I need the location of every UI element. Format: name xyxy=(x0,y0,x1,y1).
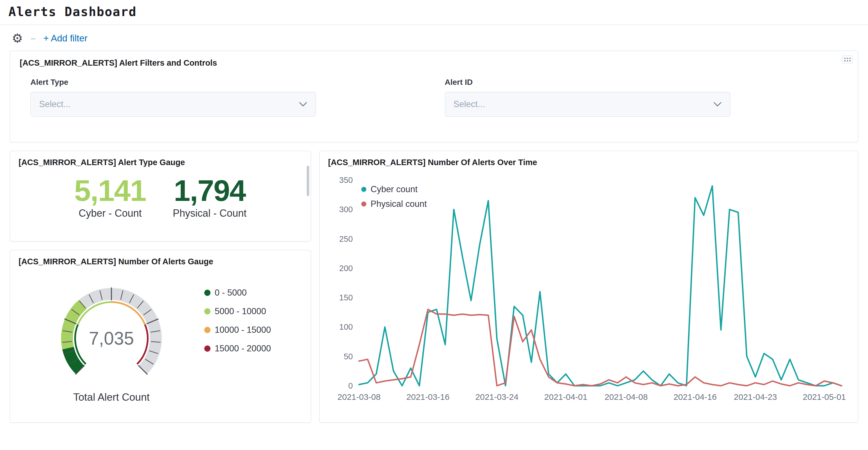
series-line-cyber-count xyxy=(359,186,842,386)
x-axis-label: 2021-05-01 xyxy=(803,392,846,401)
legend-dot-lightgreen xyxy=(204,308,211,314)
legend-label: 10000 - 15000 xyxy=(215,325,271,335)
legend-dot-physical xyxy=(361,201,366,206)
alert-id-field: Alert ID Select... xyxy=(434,78,848,117)
timeseries-chart: 0501001502002503003502021-03-082021-03-1… xyxy=(328,169,849,408)
metric-cyber-value: 5,141 xyxy=(74,175,146,206)
metric-physical-label: Physical - Count xyxy=(173,207,246,219)
y-axis-label: 50 xyxy=(344,352,353,361)
panel-title-alert-filters: [ACS_MIRROR_ALERTS] Alert Filters and Co… xyxy=(20,58,848,67)
total-alert-count-gauge: 7,035 xyxy=(41,268,182,391)
metrics-row: 5,141 Cyber - Count 1,794 Physical - Cou… xyxy=(19,175,302,219)
y-axis-label: 150 xyxy=(339,293,353,302)
filter-bar: ⚙ – + Add filter xyxy=(0,25,868,51)
gauge-legend: 0 - 5000 5000 - 10000 10000 - 15000 xyxy=(204,288,271,403)
y-axis-label: 100 xyxy=(339,322,353,331)
panel-alert-type-gauge: [ACS_MIRROR_ALERTS] Alert Type Gauge 5,1… xyxy=(10,151,311,242)
legend-dot-orange xyxy=(204,327,211,333)
panel-title-number-of-alerts-gauge: [ACS_MIRROR_ALERTS] Number Of Alerts Gau… xyxy=(19,257,302,266)
y-axis-label: 300 xyxy=(339,205,353,214)
legend-dot-cyber xyxy=(361,187,366,192)
y-axis-label: 0 xyxy=(348,381,353,390)
legend-label: 5000 - 10000 xyxy=(215,306,266,316)
filter-divider: – xyxy=(31,33,35,43)
page-title: Alerts Dashboard xyxy=(8,4,860,19)
add-filter-link[interactable]: + Add filter xyxy=(43,33,88,44)
dashboard-grid: [ACS_MIRROR_ALERTS] Alert Filters and Co… xyxy=(0,51,868,431)
panel-menu-icon[interactable] xyxy=(842,56,853,63)
alert-id-select[interactable]: Select... xyxy=(445,92,731,117)
x-axis-label: 2021-03-16 xyxy=(406,392,450,401)
legend-item-cyber[interactable]: Cyber count xyxy=(361,184,427,194)
chart-legend: Cyber count Physical count xyxy=(361,184,427,209)
metric-physical-value: 1,794 xyxy=(173,175,246,206)
alert-id-label: Alert ID xyxy=(445,78,848,87)
x-axis-label: 2021-04-16 xyxy=(674,392,717,401)
chevron-down-icon xyxy=(713,102,722,107)
panel-number-of-alerts-gauge: [ACS_MIRROR_ALERTS] Number Of Alerts Gau… xyxy=(10,250,311,423)
legend-item: 10000 - 15000 xyxy=(204,325,271,335)
legend-label: 15000 - 20000 xyxy=(215,343,271,354)
legend-dot-darkred xyxy=(204,345,211,351)
legend-label: Physical count xyxy=(371,199,427,209)
panel-alerts-over-time: [ACS_MIRROR_ALERTS] Number Of Alerts Ove… xyxy=(319,151,858,423)
x-axis-label: 2021-03-24 xyxy=(475,392,518,401)
panel-scrollbar[interactable] xyxy=(307,166,309,196)
alert-type-label: Alert Type xyxy=(30,78,434,87)
dashboard-header: Alerts Dashboard xyxy=(0,0,868,25)
x-axis-label: 2021-03-08 xyxy=(337,392,380,401)
x-axis-label: 2021-04-01 xyxy=(544,392,587,401)
gauge-label: Total Alert Count xyxy=(19,391,204,403)
alert-type-select[interactable]: Select... xyxy=(30,92,316,117)
panel-title-alerts-over-time: [ACS_MIRROR_ALERTS] Number Of Alerts Ove… xyxy=(328,158,849,167)
y-axis-label: 250 xyxy=(339,234,353,244)
legend-dot-green xyxy=(204,290,211,296)
gauge-content: 7,035 Total Alert Count 0 - 5000 5000 - … xyxy=(19,268,302,403)
chevron-down-icon xyxy=(299,102,307,107)
legend-label: Cyber count xyxy=(371,184,417,194)
legend-item: 15000 - 20000 xyxy=(204,343,271,354)
gauge-area: 7,035 Total Alert Count xyxy=(19,268,204,403)
panel-title-alert-type-gauge: [ACS_MIRROR_ALERTS] Alert Type Gauge xyxy=(19,158,302,167)
metric-cyber-label: Cyber - Count xyxy=(74,207,146,219)
y-axis-label: 350 xyxy=(339,175,353,185)
controls-row: Alert Type Select... Alert ID Select... xyxy=(20,78,848,117)
y-axis-label: 200 xyxy=(339,264,353,273)
metric-physical: 1,794 Physical - Count xyxy=(173,175,246,219)
legend-item: 5000 - 10000 xyxy=(204,306,271,316)
alert-type-field: Alert Type Select... xyxy=(20,78,434,117)
gear-icon[interactable]: ⚙ xyxy=(12,32,23,45)
x-axis-label: 2021-04-23 xyxy=(734,392,777,401)
legend-item: 0 - 5000 xyxy=(204,288,271,298)
gauge-value: 7,035 xyxy=(89,328,134,348)
legend-item-physical[interactable]: Physical count xyxy=(361,199,427,209)
alert-id-placeholder: Select... xyxy=(454,99,485,109)
metric-cyber: 5,141 Cyber - Count xyxy=(74,175,146,219)
alert-type-placeholder: Select... xyxy=(39,99,71,109)
legend-label: 0 - 5000 xyxy=(215,288,247,298)
panel-alert-filters: [ACS_MIRROR_ALERTS] Alert Filters and Co… xyxy=(10,51,858,142)
x-axis-label: 2021-04-08 xyxy=(604,392,648,401)
series-line-physical-count xyxy=(359,309,842,386)
